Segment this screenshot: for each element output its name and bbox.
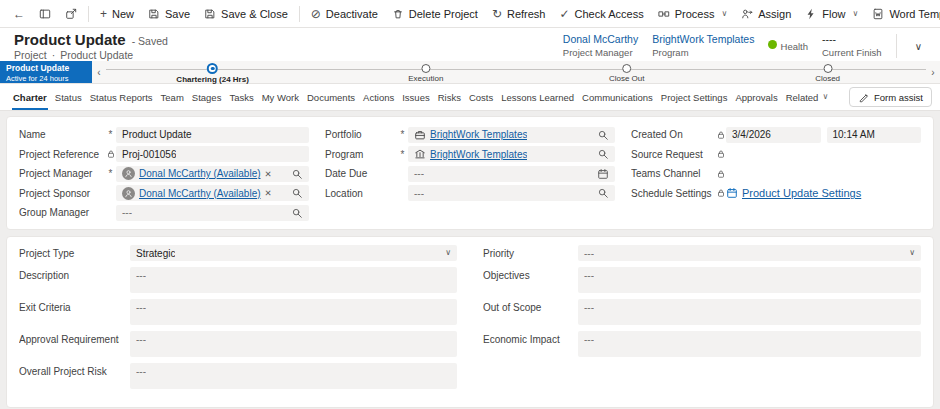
- out-of-scope-textarea[interactable]: ---: [578, 299, 921, 325]
- details-column-2: Priority --- ∨ Objectives --- Out of Sco…: [483, 245, 921, 399]
- project-manager-link[interactable]: Donal McCarthy (Available): [139, 168, 261, 179]
- approval-requirements-textarea[interactable]: ---: [130, 331, 457, 357]
- save-close-button[interactable]: Save & Close: [197, 2, 295, 26]
- check-access-button[interactable]: ✓Check Access: [553, 2, 651, 26]
- tab-charter[interactable]: Charter: [12, 85, 48, 110]
- current-finish-value: ----: [822, 33, 882, 46]
- name-input[interactable]: Product Update: [116, 127, 309, 143]
- search-icon[interactable]: [597, 187, 609, 199]
- description-textarea[interactable]: ---: [130, 267, 457, 293]
- location-lookup[interactable]: ---: [408, 185, 615, 201]
- program-header-link[interactable]: BrightWork Templates: [652, 33, 754, 46]
- tab-my-work[interactable]: My Work: [261, 85, 300, 110]
- field-label: Group Manager: [19, 207, 105, 218]
- assign-button[interactable]: Assign: [734, 2, 798, 26]
- portfolio-lookup[interactable]: BrightWork Templates: [408, 127, 615, 143]
- field-overall-project-risk: Overall Project Risk ---: [19, 363, 457, 389]
- search-icon[interactable]: [597, 129, 609, 141]
- tab-stages[interactable]: Stages: [191, 85, 223, 110]
- project-manager-header-link[interactable]: Donal McCarthy: [563, 33, 638, 46]
- process-button[interactable]: Process∨: [651, 2, 735, 26]
- program-lookup[interactable]: BrightWork Templates: [408, 146, 615, 162]
- tab-related[interactable]: Related ∨: [785, 85, 830, 110]
- delete-project-button[interactable]: Delete Project: [385, 2, 485, 26]
- search-icon[interactable]: [291, 187, 303, 199]
- side-panel-button[interactable]: [32, 2, 58, 26]
- tab-communications[interactable]: Communications: [581, 85, 654, 110]
- stat-project-manager[interactable]: Donal McCarthy Project Manager: [563, 33, 638, 60]
- stage-label: Close Out: [609, 74, 645, 83]
- bpf-stage-close-out[interactable]: Close Out: [609, 62, 645, 83]
- overall-project-risk-textarea[interactable]: ---: [130, 363, 457, 389]
- remove-value-icon[interactable]: ✕: [265, 188, 272, 198]
- group-manager-lookup[interactable]: ---: [116, 205, 309, 221]
- popout-button[interactable]: [58, 2, 84, 26]
- stat-program[interactable]: BrightWork Templates Program: [652, 33, 754, 60]
- tab-status[interactable]: Status: [54, 85, 83, 110]
- field-label: Name: [19, 129, 105, 140]
- process-icon: [658, 8, 670, 20]
- tab-risks[interactable]: Risks: [437, 85, 462, 110]
- field-project-sponsor: Project Sponsor Donal McCarthy (Availabl…: [19, 184, 309, 204]
- breadcrumb-entity[interactable]: Project: [14, 49, 47, 61]
- tab-team[interactable]: Team: [160, 85, 185, 110]
- exit-criteria-textarea[interactable]: ---: [130, 299, 457, 325]
- tab-costs[interactable]: Costs: [468, 85, 494, 110]
- bpf-stage-chartering[interactable]: Chartering (24 Hrs): [176, 62, 248, 84]
- avatar: [122, 167, 135, 180]
- program-link[interactable]: BrightWork Templates: [430, 149, 527, 160]
- date-due-input[interactable]: ---: [408, 166, 615, 182]
- refresh-button[interactable]: ↻Refresh: [485, 2, 553, 26]
- priority-select[interactable]: --- ∨: [578, 245, 921, 261]
- breadcrumb-record[interactable]: Product Update: [60, 49, 133, 61]
- project-sponsor-lookup[interactable]: Donal McCarthy (Available) ✕: [116, 185, 309, 201]
- project-manager-lookup[interactable]: Donal McCarthy (Available) ✕: [116, 166, 309, 182]
- calendar-icon[interactable]: [597, 168, 609, 180]
- trash-icon: [392, 8, 404, 20]
- field-label: Out of Scope: [483, 299, 567, 313]
- required-marker: *: [105, 129, 116, 140]
- objectives-textarea[interactable]: ---: [578, 267, 921, 293]
- tab-approvals[interactable]: Approvals: [734, 85, 778, 110]
- search-icon[interactable]: [597, 148, 609, 160]
- bpf-scroll-left-button[interactable]: ‹: [92, 61, 106, 83]
- tab-actions[interactable]: Actions: [362, 85, 395, 110]
- tab-tasks[interactable]: Tasks: [228, 85, 254, 110]
- project-type-select[interactable]: Strategic ∨: [130, 245, 457, 261]
- bpf-scroll-right-button[interactable]: ›: [926, 61, 940, 83]
- header-expand-chevron[interactable]: ∨: [911, 39, 926, 54]
- field-label: Overall Project Risk: [19, 363, 119, 377]
- search-icon[interactable]: [291, 168, 303, 180]
- tab-lessons-learned[interactable]: Lessons Learned: [500, 85, 575, 110]
- bpf-stage-closed[interactable]: Closed: [815, 62, 840, 83]
- created-on-date-input[interactable]: 3/4/2026: [726, 127, 821, 143]
- schedule-settings-icon: [726, 187, 738, 199]
- schedule-settings-link[interactable]: Product Update Settings: [742, 187, 861, 199]
- project-reference-input[interactable]: Proj-001056: [116, 146, 309, 162]
- tab-status-reports[interactable]: Status Reports: [89, 85, 154, 110]
- stage-dot-active: [207, 63, 218, 74]
- save-button[interactable]: Save: [141, 2, 197, 26]
- remove-value-icon[interactable]: ✕: [265, 169, 272, 179]
- form-assist-label: Form assist: [874, 92, 923, 103]
- portfolio-link[interactable]: BrightWork Templates: [430, 129, 527, 140]
- tab-issues[interactable]: Issues: [401, 85, 430, 110]
- flow-button[interactable]: Flow∨: [798, 2, 865, 26]
- economic-impact-textarea[interactable]: ---: [578, 331, 921, 357]
- form-assist-button[interactable]: Form assist: [849, 87, 932, 107]
- back-button[interactable]: ←: [6, 2, 32, 26]
- bpf-stage-execution[interactable]: Execution: [408, 62, 443, 83]
- deactivate-button[interactable]: ⊘Deactivate: [304, 2, 385, 26]
- search-icon[interactable]: [291, 207, 303, 219]
- field-label: Schedule Settings: [631, 188, 715, 199]
- tab-documents[interactable]: Documents: [306, 85, 356, 110]
- word-templates-button[interactable]: Word Templates∨: [865, 2, 940, 26]
- breadcrumb: Project · Product Update: [14, 49, 168, 61]
- bank-icon: [414, 148, 426, 160]
- tab-project-settings[interactable]: Project Settings: [660, 85, 729, 110]
- lock-icon: [715, 149, 726, 159]
- project-sponsor-link[interactable]: Donal McCarthy (Available): [139, 188, 261, 199]
- new-button[interactable]: +New: [93, 2, 141, 26]
- created-on-time-input[interactable]: 10:14 AM: [827, 127, 922, 143]
- form-content: Name * Product Update Project Reference …: [0, 111, 940, 409]
